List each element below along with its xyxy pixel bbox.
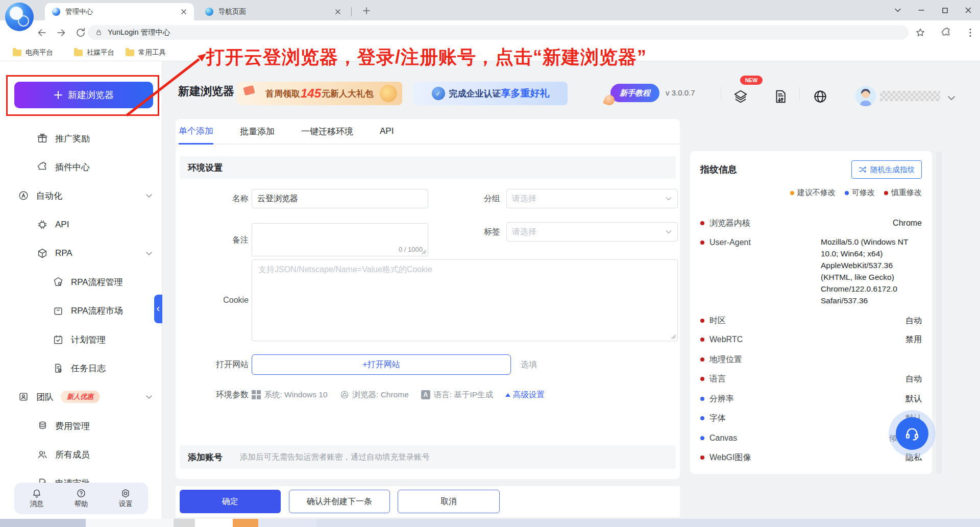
remark-label: 备注 xyxy=(186,223,249,256)
sidebar-item-promotion[interactable]: 推广奖励 xyxy=(0,124,162,153)
cube-icon xyxy=(37,248,48,259)
group-select[interactable]: 请选择 xyxy=(506,189,678,208)
sidebar-item-rpa-market[interactable]: RPA流程市场 xyxy=(0,296,162,325)
sidebar-item-label: RPA流程管理 xyxy=(71,276,123,288)
chevron-down-icon[interactable] xyxy=(946,93,957,103)
sidebar-item-rpa[interactable]: RPA xyxy=(0,239,162,268)
dock-settings[interactable]: 设置 xyxy=(119,488,133,509)
customer-service-button[interactable] xyxy=(896,417,928,450)
tab-single-add[interactable]: 单个添加 xyxy=(179,119,213,145)
confirm-button[interactable]: 确定 xyxy=(180,490,281,513)
promo-banner-gift[interactable]: 首周领取145元新人大礼包 xyxy=(237,82,402,105)
open-site-button[interactable]: +打开网站 xyxy=(252,354,511,375)
resize-grip-icon[interactable] xyxy=(671,334,676,340)
browser-tab-admin[interactable]: 管理中心 xyxy=(45,3,194,20)
import-export-icon[interactable] xyxy=(773,89,788,104)
sidebar-item-automation[interactable]: 自动化 xyxy=(0,181,162,210)
bookmark-folder-social[interactable]: 社媒平台 xyxy=(74,44,114,61)
language-icon: A xyxy=(421,390,430,399)
bookmark-folder-ecommerce[interactable]: 电商平台 xyxy=(13,44,53,61)
divider xyxy=(799,87,800,100)
layers-icon[interactable] xyxy=(733,89,748,104)
tab-close-icon[interactable] xyxy=(335,9,341,15)
dock-label: 设置 xyxy=(119,499,133,509)
address-bar[interactable]: YunLogin 管理中心 xyxy=(88,25,909,40)
sidebar-item-billing[interactable]: 费用管理 xyxy=(0,412,162,440)
env-params-row: 系统: Windows 10 浏览器: Chrome A 语言: 基于IP生成 … xyxy=(252,388,545,401)
cancel-button[interactable]: 取消 xyxy=(398,490,500,513)
section-add-account: 添加账号 添加后可无需告知运营者账密，通过自动填充登录账号 xyxy=(180,445,676,469)
globe-icon[interactable] xyxy=(813,89,828,104)
dock-help[interactable]: 帮助 xyxy=(74,488,88,509)
sidebar-item-plugins[interactable]: 插件中心 xyxy=(0,153,162,181)
extensions-icon[interactable] xyxy=(940,27,951,38)
tab-close-icon[interactable] xyxy=(181,9,187,15)
new-tab-button[interactable] xyxy=(360,5,373,17)
sidebar-item-label: 团队 xyxy=(36,391,54,403)
calendar-check-icon xyxy=(53,334,64,345)
banner-text: 首周领取 xyxy=(265,88,300,100)
select-placeholder: 请选择 xyxy=(512,227,536,237)
env-params-label: 环境参数 xyxy=(186,388,249,401)
sidebar-item-task-log[interactable]: 任务日志 xyxy=(0,354,162,382)
triangle-up-icon xyxy=(505,393,510,397)
browser-tab-nav[interactable]: 导航页面 xyxy=(197,3,349,20)
confirm-and-next-button[interactable]: 确认并创建下一条 xyxy=(289,490,390,513)
bookmark-star-icon[interactable] xyxy=(915,27,926,38)
banner-highlight: 145 xyxy=(300,86,322,101)
cookie-box xyxy=(252,259,678,341)
red-dot-icon xyxy=(700,241,704,245)
cookie-label: Cookie xyxy=(186,291,249,310)
name-input[interactable] xyxy=(252,189,428,208)
avatar-graphic xyxy=(855,86,876,106)
resize-grip-icon[interactable] xyxy=(421,249,427,255)
close-button[interactable] xyxy=(957,0,980,20)
fingerprint-legend: 建议不修改 可修改 慎重修改 xyxy=(790,188,922,198)
window-controls xyxy=(886,0,980,20)
cookie-textarea[interactable] xyxy=(252,260,677,341)
tab-batch-add[interactable]: 批量添加 xyxy=(240,119,275,143)
sidebar: 新建浏览器 推广奖励 插件中心 自动化 API RPA xyxy=(0,61,162,519)
browser-menu-icon[interactable] xyxy=(965,27,976,38)
tutorial-badge[interactable]: 新手教程 xyxy=(610,84,659,102)
page-scrollbar[interactable] xyxy=(936,151,942,474)
bag-icon xyxy=(53,305,64,316)
forward-icon[interactable] xyxy=(55,27,67,39)
sidebar-item-label: RPA xyxy=(55,248,72,258)
blue-dot-icon xyxy=(700,436,704,440)
tag-select[interactable]: 请选择 xyxy=(506,222,678,242)
env-text: 浏览器: Chrome xyxy=(353,390,409,400)
create-browser-card: 单个添加 批量添加 一键迁移环境 API 环境设置 名称 分组 请选择 备注 0… xyxy=(176,119,680,479)
sidebar-collapse-handle[interactable] xyxy=(154,295,162,323)
sidebar-item-api[interactable]: API xyxy=(0,210,162,239)
sidebar-item-members[interactable]: 所有成员 xyxy=(0,440,162,469)
screen: 管理中心 导航页面 YunLogin 管理中心 xyxy=(0,0,980,527)
tab-search-button[interactable] xyxy=(886,0,910,20)
open-site-label: 打开网站 xyxy=(186,354,249,375)
random-fingerprint-label: 随机生成指纹 xyxy=(870,165,915,175)
promo-banner-enterprise[interactable]: ✓ 完成企业认证享多重好礼 xyxy=(413,82,568,105)
sidebar-item-rpa-flow-mgmt[interactable]: RPA流程管理 xyxy=(0,268,162,296)
question-icon xyxy=(76,488,86,498)
red-envelope-icon xyxy=(243,85,255,95)
user-avatar[interactable] xyxy=(855,86,876,106)
advanced-settings-link[interactable]: 高级设置 xyxy=(505,390,545,400)
env-text: 系统: Windows 10 xyxy=(264,390,328,400)
section-title: 添加账号 xyxy=(188,451,223,463)
minimize-button[interactable] xyxy=(910,0,933,20)
random-fingerprint-button[interactable]: 随机生成指纹 xyxy=(851,160,922,179)
reload-icon[interactable] xyxy=(75,27,87,39)
tab-migrate[interactable]: 一键迁移环境 xyxy=(301,119,353,143)
dock-messages[interactable]: 消息 xyxy=(30,488,43,509)
annotation-arrow xyxy=(117,50,214,119)
maximize-button[interactable] xyxy=(933,0,957,20)
version-label: v 3.0.0.7 xyxy=(666,84,695,102)
red-dot-icon xyxy=(700,377,704,381)
browser-tabstrip: 管理中心 导航页面 xyxy=(0,0,980,20)
env-text: 语言: 基于IP生成 xyxy=(434,390,493,400)
back-icon[interactable] xyxy=(36,27,48,39)
sidebar-item-schedule[interactable]: 计划管理 xyxy=(0,325,162,354)
tab-api[interactable]: API xyxy=(380,119,394,143)
sidebar-item-team[interactable]: 团队 新人优惠 xyxy=(0,382,162,411)
chevron-down-icon xyxy=(145,249,153,257)
